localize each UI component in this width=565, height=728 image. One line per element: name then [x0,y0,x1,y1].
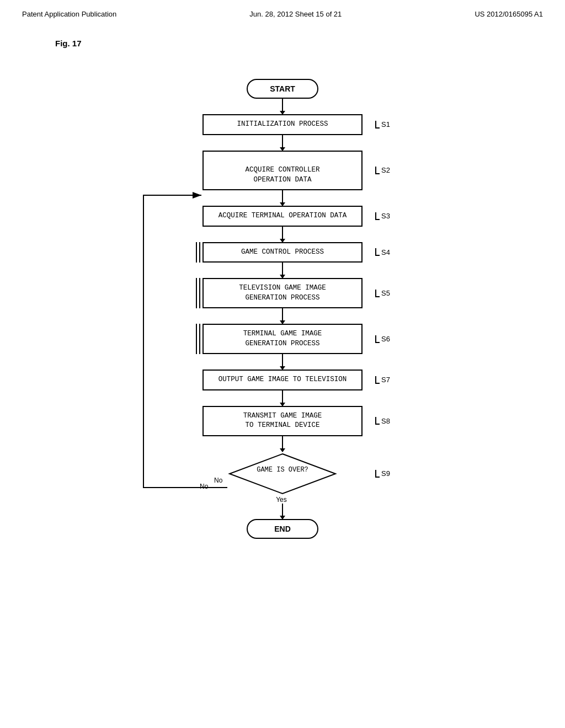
start-shape: START [247,79,318,99]
step-s6: TERMINAL GAME IMAGEGENERATION PROCESS S6 [145,324,420,354]
figure-label: Fig. 17 [55,39,82,48]
s9-ref: S9 [375,469,390,478]
no-label: No [200,483,208,490]
arrow-s3-s4 [282,227,283,242]
step-s3: ACQUIRE TERMINAL OPERATION DATA S3 [145,206,420,227]
header-left: Patent Application Publication [22,10,116,18]
yes-branch: Yes [145,496,420,519]
step-s1: INITIALIZATION PROCESS S1 [145,114,420,135]
page-header: Patent Application Publication Jun. 28, … [0,0,565,24]
arrow-yes [282,504,283,519]
arrow-s5-s6 [282,308,283,324]
s8-box: TRANSMIT GAME IMAGETO TERMINAL DEVICE [202,406,363,436]
svg-text:GAME IS OVER?: GAME IS OVER? [257,466,308,474]
arrow-s7-s8 [282,390,283,406]
s6-box: TERMINAL GAME IMAGEGENERATION PROCESS [202,324,363,354]
s2-ref: S2 [375,166,390,174]
end-shape: END [247,519,318,539]
header-center: Jun. 28, 2012 Sheet 15 of 21 [249,10,342,18]
step-s9: GAME IS OVER? S9 No [145,452,420,496]
arrow-s8-s9 [282,436,283,452]
s7-ref: S7 [375,376,390,384]
step-s8: TRANSMIT GAME IMAGETO TERMINAL DEVICE S8 [145,406,420,436]
arrow-start-s1 [282,99,283,114]
arrow-s6-s7 [282,354,283,370]
step-s2: ACQUIRE CONTROLLEROPERATION DATA S2 [145,151,420,191]
step-s4: GAME CONTROL PROCESS S4 [145,242,420,263]
start-node: START [145,79,420,99]
s3-ref: S3 [375,212,390,220]
s4-box: GAME CONTROL PROCESS [202,242,363,263]
s2-box: ACQUIRE CONTROLLEROPERATION DATA [202,151,363,191]
step-s5: TELEVISION GAME IMAGEGENERATION PROCESS … [145,278,420,308]
s9-diamond: GAME IS OVER? [227,452,338,496]
yes-label: Yes [276,496,287,504]
s1-ref: S1 [375,120,390,129]
s7-box: OUTPUT GAME IMAGE TO TELEVISION [202,370,363,390]
s5-box: TELEVISION GAME IMAGEGENERATION PROCESS [202,278,363,308]
s4-ref: S4 [375,248,390,256]
header-right: US 2012/0165095 A1 [475,10,543,18]
s1-box: INITIALIZATION PROCESS [202,114,363,135]
end-node: END [145,519,420,539]
s8-ref: S8 [375,417,390,425]
arrow-s1-s2 [282,135,283,151]
s3-box: ACQUIRE TERMINAL OPERATION DATA [202,206,363,227]
s6-ref: S6 [375,335,390,343]
arrow-s2-s3 [282,190,283,206]
svg-marker-0 [230,454,335,494]
step-s7: OUTPUT GAME IMAGE TO TELEVISION S7 [145,370,420,390]
s5-ref: S5 [375,289,390,297]
arrow-s4-s5 [282,263,283,278]
